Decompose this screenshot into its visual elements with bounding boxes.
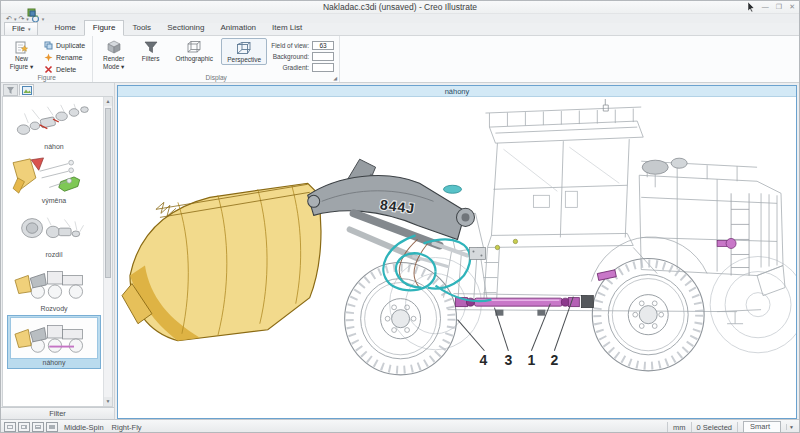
gradient-label: Gradient: — [282, 64, 309, 71]
right-mouse-mode[interactable]: Right-Fly — [112, 423, 142, 432]
ribbon-group-figure: New Figure ▾ Duplicate Rename Delete Fig… — [1, 36, 93, 82]
field-of-view-input[interactable]: 63 — [312, 41, 334, 50]
field-of-view-label: Field of view: — [271, 42, 309, 49]
display-group-label: Display — [93, 74, 339, 81]
figure-item-nahony-selected[interactable]: náhony — [8, 316, 100, 368]
background-swatch[interactable] — [312, 52, 334, 61]
delete-label: Delete — [56, 66, 76, 73]
orthographic-icon — [186, 39, 202, 55]
qat-caret-icon[interactable]: ▾ — [42, 15, 45, 23]
figure-item-rozvody[interactable]: Rozvody — [8, 262, 100, 314]
figure-item-rozdil[interactable]: rozdíl — [8, 208, 100, 260]
render-mode-label-1: Render — [103, 55, 124, 63]
duplicate-icon — [44, 41, 53, 50]
callout-1[interactable]: 1 — [528, 352, 536, 368]
mouse-cursor-icon — [747, 2, 755, 12]
drawing-canvas[interactable]: náhony — [117, 85, 797, 419]
figure-thumbnail-rozvody — [11, 264, 97, 304]
figures-panel: náhon výměna — [1, 83, 115, 419]
loader-body-wireframe[interactable] — [444, 99, 785, 324]
scroll-down-icon[interactable]: ▼ — [104, 397, 112, 406]
figure-thumbnail-rozdil — [11, 210, 97, 250]
viewport-layout-icon-3[interactable] — [32, 422, 44, 432]
new-figure-icon — [14, 39, 29, 55]
file-menu-label: File — [12, 24, 25, 33]
units-indicator: mm — [673, 423, 686, 432]
bucket[interactable] — [122, 183, 321, 340]
new-figure-label-1: New — [15, 55, 28, 63]
display-dialog-launcher-icon[interactable]: ◢ — [333, 75, 337, 81]
tab-tools[interactable]: Tools — [124, 21, 159, 35]
selection-count: 0 Selected — [697, 423, 732, 432]
render-mode-icon — [106, 39, 122, 55]
figure-item-nahon[interactable]: náhon — [8, 100, 100, 152]
tab-figure[interactable]: Figure — [84, 20, 125, 36]
panel-tabs — [1, 83, 114, 96]
orthographic-button[interactable]: Orthographic — [171, 38, 217, 63]
rename-icon — [44, 53, 53, 62]
figure-list-scrollbar[interactable]: ▲ ▼ — [103, 97, 112, 406]
statusbar: Middle-Spin Right-Fly mm 0 Selected Smar… — [1, 419, 799, 433]
scroll-up-icon[interactable]: ▲ — [104, 97, 112, 106]
render-mode-button[interactable]: Render Mode ▾ — [97, 38, 130, 70]
render-mode-caret-icon: ▾ — [121, 63, 124, 70]
statusbar-dropdown-icon[interactable]: ▼ — [786, 424, 796, 430]
figure-label: rozdíl — [45, 251, 62, 258]
statusbar-divider — [737, 422, 738, 432]
figure-label: výměna — [42, 197, 67, 204]
callout-3[interactable]: 3 — [505, 352, 513, 368]
scrollbar-thumb[interactable] — [105, 108, 111, 278]
restore-icon[interactable]: ❐ — [776, 2, 782, 12]
titlebar: Nakladac.c3di (unsaved) - Creo Illustrat… — [1, 1, 799, 14]
statusbar-divider — [691, 422, 692, 432]
rename-label: Rename — [56, 54, 82, 61]
file-caret-icon: ▾ — [28, 26, 31, 32]
duplicate-button[interactable]: Duplicate — [42, 40, 87, 51]
rename-button[interactable]: Rename — [42, 52, 87, 63]
figure-label: náhony — [43, 359, 66, 366]
new-figure-caret-icon: ▾ — [30, 63, 33, 70]
tab-sectioning[interactable]: Sectioning — [159, 21, 212, 35]
perspective-icon — [236, 40, 252, 56]
snap-mode-select[interactable]: Smart — [743, 421, 781, 433]
figures-panel-tab[interactable] — [19, 84, 34, 96]
canvas-figure-title: náhony — [118, 86, 796, 97]
tab-home[interactable]: Home — [46, 21, 83, 35]
callout-2[interactable]: 2 — [550, 352, 558, 368]
filters-button[interactable]: Filters — [134, 38, 167, 63]
figure-label: Rozvody — [40, 305, 67, 312]
filter-panel-icon — [6, 86, 15, 95]
callout-4[interactable]: 4 — [480, 352, 488, 368]
viewport-layout-icon-4[interactable] — [46, 422, 58, 432]
viewport-layout-icon-1[interactable] — [4, 422, 16, 432]
close-icon[interactable]: ✕ — [789, 2, 795, 12]
figure-label: náhon — [44, 143, 63, 150]
file-menu-button[interactable]: File ▾ — [4, 22, 38, 35]
figure-group-label: Figure — [1, 74, 92, 81]
perspective-button[interactable]: Perspective — [221, 38, 267, 65]
perspective-label: Perspective — [227, 56, 261, 64]
filters-icon — [144, 39, 158, 55]
gradient-swatch[interactable] — [312, 63, 334, 72]
viewport-layout-icon-2[interactable] — [18, 422, 30, 432]
window-title: Nakladac.c3di (unsaved) - Creo Illustrat… — [1, 2, 799, 12]
figures-panel-icon — [22, 86, 32, 95]
filters-label: Filters — [142, 55, 160, 63]
middle-mouse-mode[interactable]: Middle-Spin — [64, 423, 104, 432]
display-fields: Field of view: 63 Background: Gradient: — [271, 38, 334, 72]
figure-thumbnail-nahony — [11, 318, 97, 358]
figure-item-vymena[interactable]: výměna — [8, 154, 100, 206]
figure-list: náhon výměna — [2, 96, 113, 407]
filter-bar[interactable]: Filter — [1, 407, 114, 419]
tab-item-list[interactable]: Item List — [264, 21, 310, 35]
orthographic-label: Orthographic — [175, 55, 213, 63]
filter-panel-tab[interactable] — [3, 84, 18, 96]
ribbon-group-display: Render Mode ▾ Filters Orthographic Pers — [93, 36, 340, 82]
background-label: Background: — [273, 53, 310, 60]
creo-illustrate-window: Nakladac.c3di (unsaved) - Creo Illustrat… — [0, 0, 800, 433]
new-figure-button[interactable]: New Figure ▾ — [5, 38, 38, 70]
minimize-icon[interactable]: — — [762, 2, 769, 12]
wheel-loader-illustration[interactable]: 844J — [118, 97, 796, 418]
figure-thumbnail-nahon — [11, 102, 97, 142]
tab-animation[interactable]: Animation — [212, 21, 264, 35]
